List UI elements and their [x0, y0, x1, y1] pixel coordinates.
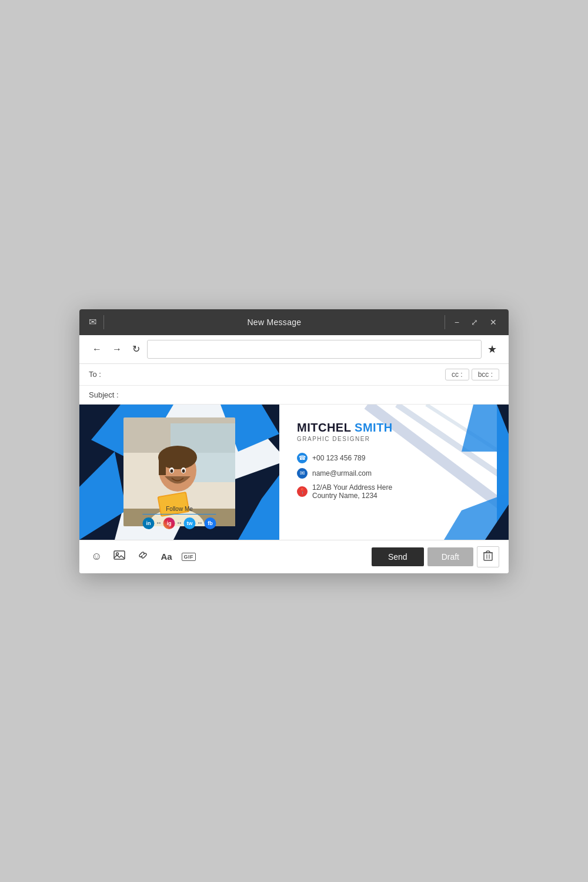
forward-button[interactable]: →: [109, 342, 125, 357]
email-window: ✉ New Message − ⤢ ✕ ← → ↻ ★ To : cc : bc…: [79, 309, 509, 573]
phone-icon: ☎: [297, 453, 308, 463]
sig-email: ✉ name@urmail.com: [297, 468, 497, 479]
sig-last-name: SMITH: [355, 421, 393, 434]
follow-label: Follow Me: [142, 506, 216, 514]
sig-left-panel: Follow Me in •• ig •• tw •• fb: [79, 405, 279, 540]
email-address: name@urmail.com: [312, 469, 372, 477]
trash-button[interactable]: [477, 546, 499, 567]
emoji-button[interactable]: ☺: [89, 548, 104, 565]
image-button[interactable]: [111, 547, 128, 566]
subject-label: Subject :: [89, 390, 119, 399]
svg-point-18: [171, 469, 173, 473]
svg-rect-15: [159, 457, 166, 475]
sig-contact-info: MITCHEL SMITH GRAPHIC DESIGNER ☎ +00 123…: [297, 421, 497, 500]
font-button[interactable]: Aa: [158, 549, 174, 564]
bookmark-button[interactable]: ★: [485, 340, 499, 358]
close-button[interactable]: ✕: [487, 317, 499, 328]
linkedin-icon[interactable]: in: [142, 517, 154, 529]
cc-button[interactable]: cc :: [445, 369, 469, 380]
bcc-button[interactable]: bcc :: [472, 369, 499, 380]
link-button[interactable]: [135, 547, 151, 566]
refresh-button[interactable]: ↻: [129, 341, 143, 357]
phone-number: +00 123 456 789: [312, 454, 365, 462]
send-button[interactable]: Send: [372, 547, 424, 566]
back-button[interactable]: ←: [89, 342, 105, 357]
follow-section: Follow Me in •• ig •• tw •• fb: [142, 506, 216, 529]
address-bar[interactable]: [147, 340, 482, 359]
gif-button[interactable]: GIF: [182, 553, 196, 561]
to-field-row: To : cc : bcc :: [79, 364, 509, 386]
sig-address: 📍 12/AB Your Address Here Country Name, …: [297, 483, 497, 500]
dot2: ••: [177, 520, 181, 526]
email-icon: ✉: [297, 468, 308, 479]
cc-bcc-buttons: cc : bcc :: [445, 369, 499, 380]
sig-first-name: MITCHEL: [297, 421, 351, 434]
svg-point-19: [182, 469, 185, 473]
subject-field-row: Subject :: [79, 386, 509, 405]
to-label: To :: [89, 370, 118, 379]
instagram-icon[interactable]: ig: [163, 517, 175, 529]
address-text: 12/AB Your Address Here Country Name, 12…: [312, 483, 392, 500]
compose-toolbar: ☺ Aa GIF Send Draft: [79, 540, 509, 573]
window-controls: − ⤢ ✕: [452, 317, 499, 328]
dot3: ••: [198, 520, 202, 526]
action-buttons: Send Draft: [372, 546, 499, 567]
minimize-button[interactable]: −: [452, 317, 462, 328]
mail-icon: ✉: [89, 316, 96, 328]
draft-button[interactable]: Draft: [427, 547, 473, 566]
sig-right-panel: MITCHEL SMITH GRAPHIC DESIGNER ☎ +00 123…: [279, 405, 509, 540]
sig-phone: ☎ +00 123 456 789: [297, 453, 497, 463]
maximize-button[interactable]: ⤢: [469, 317, 480, 328]
svg-rect-30: [114, 551, 125, 559]
subject-input[interactable]: [123, 390, 499, 399]
location-icon: 📍: [297, 486, 308, 497]
dot1: ••: [156, 520, 161, 526]
window-title: New Message: [104, 318, 445, 327]
titlebar-divider-right: [445, 315, 445, 329]
svg-point-31: [116, 553, 119, 555]
to-input[interactable]: [123, 370, 440, 379]
sig-job-title: GRAPHIC DESIGNER: [297, 436, 497, 442]
twitter-icon[interactable]: tw: [184, 517, 196, 529]
email-body: Follow Me in •• ig •• tw •• fb: [79, 405, 509, 540]
social-icons: in •• ig •• tw •• fb: [142, 517, 216, 529]
facebook-icon[interactable]: fb: [205, 517, 216, 529]
sig-name: MITCHEL SMITH: [297, 421, 497, 435]
navigation-bar: ← → ↻ ★: [79, 335, 509, 364]
svg-rect-32: [484, 553, 492, 560]
titlebar: ✉ New Message − ⤢ ✕: [79, 309, 509, 335]
